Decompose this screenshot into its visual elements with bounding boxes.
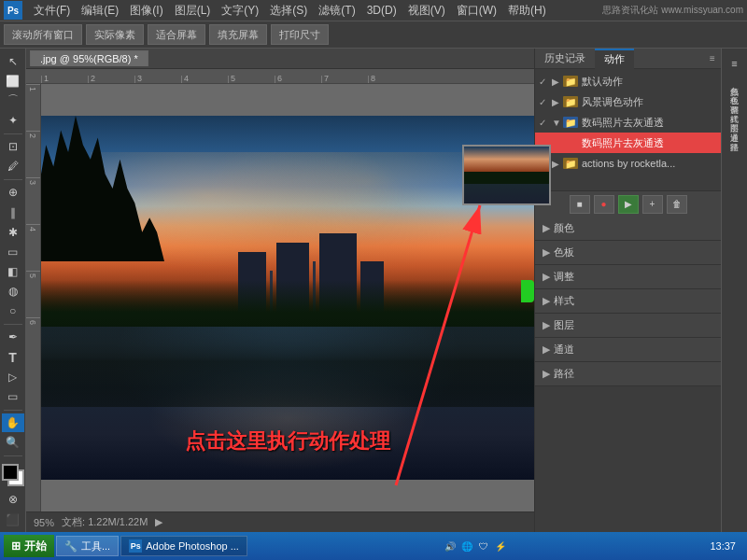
section-adjustments[interactable]: ▶ 调整: [535, 265, 721, 289]
menu-view[interactable]: 视图(V): [402, 1, 451, 21]
right-panel: 历史记录 动作 ≡ ✓ ▶ 📁 默认动作: [534, 49, 721, 532]
right-full: 历史记录 动作 ≡ ✓ ▶ 📁 默认动作: [534, 49, 747, 532]
menu-help[interactable]: 帮助(H): [502, 1, 552, 21]
zoom-tool[interactable]: 🔍: [2, 434, 24, 452]
tools-label: 工具...: [81, 539, 110, 553]
ruler-mark-v-4: 4: [26, 224, 40, 271]
action-item-default[interactable]: ✓ ▶ 📁 默认动作: [535, 71, 721, 91]
fit-screen-btn[interactable]: 适合屏幕: [148, 24, 205, 45]
move-tool[interactable]: ↖: [2, 52, 24, 70]
section-label-layers: 图层: [554, 318, 574, 332]
start-button[interactable]: ⊞ 开始: [4, 535, 54, 557]
eyedropper-tool[interactable]: 🖉: [2, 158, 24, 175]
tab-history[interactable]: 历史记录: [535, 49, 595, 69]
panel-controls: ■ ● ▶ + 🗑: [535, 190, 721, 217]
action-label-1: 默认动作: [582, 75, 623, 89]
tool-separator-3: [4, 324, 22, 325]
screen-mode-btn[interactable]: ⬛: [2, 511, 24, 528]
section-paths[interactable]: ▶ 路径: [535, 362, 721, 386]
menu-edit[interactable]: 编辑(E): [76, 1, 124, 21]
lasso-tool[interactable]: ⌒: [2, 91, 24, 109]
delete-action-btn[interactable]: 🗑: [667, 195, 687, 214]
right-icon-1[interactable]: ≡: [724, 52, 746, 75]
menu-text[interactable]: 文字(Y): [216, 1, 264, 21]
menu-3d[interactable]: 3D(D): [361, 2, 402, 19]
watermark: 思路资讯化站 www.missyuan.com: [602, 4, 743, 17]
right-label-adjustments[interactable]: 调整: [726, 95, 742, 103]
text-tool[interactable]: T: [2, 348, 24, 366]
play-btn[interactable]: ▶: [618, 195, 639, 214]
right-label-styles[interactable]: 样式: [726, 105, 742, 112]
hand-tool[interactable]: ✋: [2, 413, 24, 431]
arrow-1: ▶: [552, 77, 563, 87]
record-btn[interactable]: ●: [594, 195, 614, 214]
menu-layer[interactable]: 图层(L): [169, 1, 217, 21]
action-item-digital-selected[interactable]: 数码照片去灰通透: [535, 133, 721, 153]
section-arrow-swatches: ▶: [543, 246, 550, 259]
menu-select[interactable]: 选择(S): [264, 1, 313, 21]
right-label-layers[interactable]: 图层: [726, 114, 742, 121]
quick-mask-btn[interactable]: ⊗: [2, 491, 24, 509]
menu-filter[interactable]: 滤镜(T): [313, 1, 360, 21]
taskbar-tray: 🔊 🌐 🛡 ⚡: [439, 539, 512, 553]
check-3: ✓: [539, 118, 552, 128]
section-color[interactable]: ▶ 颜色: [535, 217, 721, 241]
gradient-tool[interactable]: ◧: [2, 262, 24, 280]
pen-tool[interactable]: ✒: [2, 329, 24, 346]
color-boxes[interactable]: [2, 464, 24, 482]
taskbar-item-photoshop[interactable]: Ps Adobe Photoshop ...: [120, 536, 247, 556]
healing-brush-tool[interactable]: ⊕: [2, 184, 24, 202]
new-action-btn[interactable]: +: [642, 195, 663, 214]
canvas-area: .jpg @ 95%(RGB/8) * 1 2 3 4 5 6 7 8 1 2: [26, 49, 534, 532]
thumb-water: [464, 184, 549, 203]
section-layers[interactable]: ▶ 图层: [535, 314, 721, 338]
thumbnail-preview: [462, 145, 551, 205]
taskbar-item-tools[interactable]: 🔧 工具...: [56, 536, 119, 556]
menu-image[interactable]: 图像(I): [124, 1, 168, 21]
expand-panel-btn[interactable]: [521, 280, 534, 302]
action-item-digital-folder[interactable]: ✓ ▼ 📁 数码照片去灰通透: [535, 112, 721, 133]
thumb-trees: [464, 172, 549, 183]
crop-tool[interactable]: ⊡: [2, 138, 24, 156]
magic-wand-tool[interactable]: ✦: [2, 112, 24, 130]
folder-1: 📁: [563, 76, 578, 87]
actual-pixels-btn[interactable]: 实际像素: [86, 24, 144, 45]
right-label-channels[interactable]: 通道: [726, 123, 742, 131]
dodge-tool[interactable]: ○: [2, 302, 24, 320]
section-label-color: 颜色: [554, 221, 574, 235]
menu-file[interactable]: 文件(F): [28, 1, 76, 21]
ruler-mark-v-1: 1: [26, 84, 40, 131]
stop-btn[interactable]: ■: [570, 195, 590, 214]
menu-window[interactable]: 窗口(W): [451, 1, 502, 21]
section-swatches[interactable]: ▶ 色板: [535, 241, 721, 265]
foreground-color[interactable]: [2, 464, 19, 481]
thumb-sky: [464, 147, 549, 172]
panel-menu-btn[interactable]: ≡: [704, 50, 721, 67]
shape-tool[interactable]: ▭: [2, 387, 24, 405]
path-select-tool[interactable]: ▷: [2, 368, 24, 385]
section-channels[interactable]: ▶ 通道: [535, 338, 721, 362]
blur-tool[interactable]: ◍: [2, 283, 24, 301]
tab-actions[interactable]: 动作: [595, 49, 634, 69]
ruler-mark-5: 5: [228, 76, 275, 83]
right-label-swatches[interactable]: 色板: [726, 86, 742, 93]
clone-stamp-tool[interactable]: ✱: [2, 223, 24, 241]
fill-screen-btn[interactable]: 填充屏幕: [209, 24, 267, 45]
right-label-paths[interactable]: 路径: [726, 133, 742, 140]
right-label-color[interactable]: 颜色: [726, 77, 742, 84]
print-size-btn[interactable]: 打印尺寸: [271, 24, 329, 45]
canvas-tab[interactable]: .jpg @ 95%(RGB/8) *: [30, 50, 148, 66]
canvas-content[interactable]: 点击这里执行动作处理: [41, 84, 534, 511]
tool-separator-4: [4, 410, 22, 411]
action-item-rocket[interactable]: ✓ ▶ 📁 actions by rocketla...: [535, 153, 721, 174]
left-tools-panel: ↖ ⬜ ⌒ ✦ ⊡ 🖉 ⊕ ∥ ✱ ▭ ◧ ◍ ○ ✒ T ▷ ▭ ✋ 🔍: [0, 49, 26, 532]
scroll-arrow[interactable]: ▶: [155, 516, 162, 528]
photo-canvas: [41, 116, 534, 480]
scroll-all-windows-btn[interactable]: 滚动所有窗口: [4, 24, 82, 45]
marquee-tool[interactable]: ⬜: [2, 72, 24, 90]
brush-tool[interactable]: ∥: [2, 203, 24, 221]
section-arrow-adjustments: ▶: [543, 271, 550, 283]
section-styles[interactable]: ▶ 样式: [535, 289, 721, 314]
action-item-landscape[interactable]: ✓ ▶ 📁 风景调色动作: [535, 91, 721, 112]
eraser-tool[interactable]: ▭: [2, 243, 24, 260]
